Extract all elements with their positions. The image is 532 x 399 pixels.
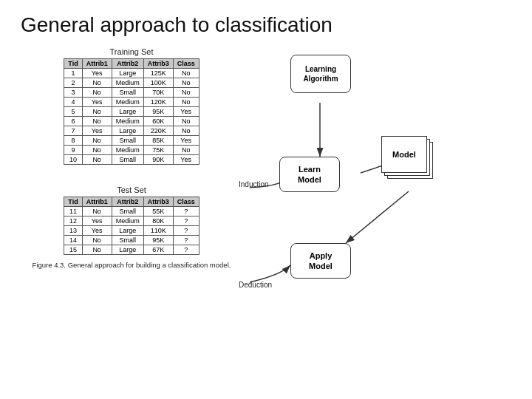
training-col-header: Attrib1 <box>82 59 112 69</box>
table-cell: Yes <box>82 226 112 236</box>
table-cell: 95K <box>143 236 173 245</box>
table-cell: Medium <box>112 216 143 226</box>
table-cell: No <box>82 136 112 146</box>
table-cell: No <box>82 236 112 245</box>
table-cell: 10 <box>64 155 82 165</box>
table-cell: 4 <box>64 98 82 107</box>
table-cell: No <box>82 207 112 216</box>
test-set-section: Test Set TidAttrib1Attrib2Attrib3Class 1… <box>21 185 242 269</box>
flow-diagram: LearningAlgorithm LearnModel Induction M… <box>250 47 511 365</box>
table-cell: No <box>82 88 112 98</box>
table-cell: No <box>82 107 112 117</box>
table-cell: Small <box>112 207 143 216</box>
table-row: 10NoSmall90KYes <box>64 155 199 165</box>
learning-algorithm-box: LearningAlgorithm <box>290 55 351 93</box>
table-cell: 11 <box>64 207 82 216</box>
table-cell: 9 <box>64 146 82 155</box>
table-row: 9NoMedium75KNo <box>64 146 199 155</box>
induction-label: Induction <box>239 180 269 188</box>
model-label: Model <box>392 150 416 159</box>
table-cell: 220K <box>143 126 173 136</box>
test-col-header: Class <box>173 197 199 207</box>
table-cell: 60K <box>143 117 173 126</box>
training-set-section: Training Set TidAttrib1Attrib2Attrib3Cla… <box>21 47 242 165</box>
table-cell: 125K <box>143 69 173 78</box>
table-row: 3NoSmall70KNo <box>64 88 199 98</box>
training-set-label: Training Set <box>110 47 154 56</box>
table-cell: 6 <box>64 117 82 126</box>
learn-model-box: LearnModel <box>279 157 340 192</box>
table-cell: No <box>173 69 199 78</box>
table-cell: ? <box>173 245 199 255</box>
table-row: 5NoLarge95KYes <box>64 107 199 117</box>
table-row: 13YesLarge110K? <box>64 226 199 236</box>
test-col-header: Tid <box>64 197 82 207</box>
table-cell: ? <box>173 226 199 236</box>
table-cell: No <box>173 146 199 155</box>
table-cell: Medium <box>112 98 143 107</box>
table-cell: 13 <box>64 226 82 236</box>
training-set-table: TidAttrib1Attrib2Attrib3Class 1YesLarge1… <box>64 58 199 165</box>
table-cell: 90K <box>143 155 173 165</box>
table-row: 4YesMedium120KNo <box>64 98 199 107</box>
table-row: 12YesMedium80K? <box>64 216 199 226</box>
table-cell: No <box>82 117 112 126</box>
test-set-label: Test Set <box>117 185 146 194</box>
arrows-svg <box>250 47 511 365</box>
table-cell: 2 <box>64 78 82 88</box>
table-row: 2NoMedium100KNo <box>64 78 199 88</box>
table-cell: 75K <box>143 146 173 155</box>
table-cell: Medium <box>112 117 143 126</box>
table-cell: Small <box>112 236 143 245</box>
table-row: 8NoSmall85KYes <box>64 136 199 146</box>
learn-model-label: LearnModel <box>298 164 321 185</box>
table-cell: 110K <box>143 226 173 236</box>
table-cell: Medium <box>112 78 143 88</box>
table-cell: Small <box>112 155 143 165</box>
table-cell: No <box>82 146 112 155</box>
table-cell: 7 <box>64 126 82 136</box>
table-cell: 80K <box>143 216 173 226</box>
table-cell: No <box>173 88 199 98</box>
table-cell: No <box>173 98 199 107</box>
figure-caption: Figure 4.3. General approach for buildin… <box>33 261 231 269</box>
learning-algorithm-label: LearningAlgorithm <box>303 64 338 83</box>
table-cell: Yes <box>82 69 112 78</box>
table-cell: 55K <box>143 207 173 216</box>
table-cell: 15 <box>64 245 82 255</box>
table-cell: 5 <box>64 107 82 117</box>
table-row: 15NoLarge67K? <box>64 245 199 255</box>
training-col-header: Class <box>173 59 199 69</box>
table-cell: No <box>173 78 199 88</box>
table-cell: 70K <box>143 88 173 98</box>
page-title: General approach to classification <box>21 13 511 37</box>
table-cell: 67K <box>143 245 173 255</box>
table-row: 1YesLarge125KNo <box>64 69 199 78</box>
table-cell: ? <box>173 207 199 216</box>
table-cell: No <box>82 78 112 88</box>
diagram-area: Training Set TidAttrib1Attrib2Attrib3Cla… <box>21 47 511 365</box>
table-cell: No <box>173 117 199 126</box>
model-page-front: Model <box>381 136 427 173</box>
table-cell: 100K <box>143 78 173 88</box>
table-cell: 120K <box>143 98 173 107</box>
deduction-label: Deduction <box>239 281 272 289</box>
table-cell: 95K <box>143 107 173 117</box>
table-cell: Medium <box>112 146 143 155</box>
table-cell: Large <box>112 226 143 236</box>
training-col-header: Attrib2 <box>112 59 143 69</box>
test-col-header: Attrib2 <box>112 197 143 207</box>
table-row: 14NoSmall95K? <box>64 236 199 245</box>
table-cell: 12 <box>64 216 82 226</box>
table-row: 7YesLarge220KNo <box>64 126 199 136</box>
training-col-header: Attrib3 <box>143 59 173 69</box>
table-cell: Yes <box>173 136 199 146</box>
table-cell: 8 <box>64 136 82 146</box>
table-cell: Yes <box>82 98 112 107</box>
svg-line-3 <box>346 191 409 243</box>
table-cell: Yes <box>82 216 112 226</box>
table-cell: No <box>82 245 112 255</box>
table-cell: No <box>82 155 112 165</box>
table-cell: Small <box>112 136 143 146</box>
table-row: 11NoSmall55K? <box>64 207 199 216</box>
